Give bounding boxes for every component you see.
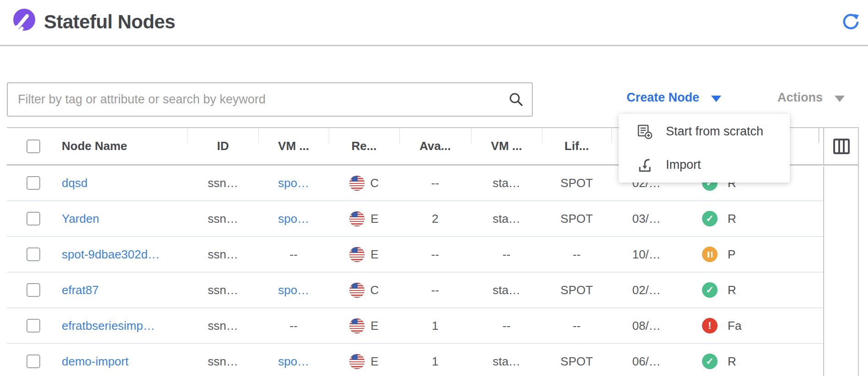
vm-name-link[interactable]: spo…: [278, 212, 309, 226]
node-id: ssn…: [188, 201, 258, 236]
column-picker-icon[interactable]: [833, 138, 850, 155]
availability-zone: --: [399, 273, 471, 307]
node-id: ssn…: [188, 237, 258, 272]
node-name-link[interactable]: demo-import: [62, 355, 129, 369]
import-icon: [637, 157, 653, 173]
menu-item-import[interactable]: Import: [619, 148, 790, 182]
column-picker-gutter: [823, 167, 859, 376]
vm-size: sta…: [471, 273, 542, 307]
table-edge: [858, 128, 859, 167]
lifecycle: SPOT: [542, 273, 611, 307]
node-name-link[interactable]: efrat87: [62, 283, 99, 297]
chevron-down-icon: [835, 96, 845, 102]
search-icon[interactable]: [508, 91, 525, 108]
lifecycle: SPOT: [542, 166, 611, 200]
created-date: 03/…: [611, 201, 681, 236]
node-name-link[interactable]: dqsd: [62, 176, 87, 190]
table-row: efrat87 ssn… spo… C -- sta… SPOT 02/… R: [7, 273, 823, 308]
vm-name: --: [258, 308, 329, 343]
lifecycle: SPOT: [542, 201, 611, 236]
node-id: ssn…: [188, 273, 258, 307]
status-icon: [702, 247, 718, 262]
column-header-id[interactable]: ID: [188, 128, 258, 164]
menu-item-label: Import: [666, 158, 701, 172]
region-text: E: [370, 212, 378, 226]
menu-item-start-from-scratch[interactable]: Start from scratch: [619, 115, 790, 148]
column-header-node-name[interactable]: Node Name: [50, 128, 188, 164]
table-row: spot-9dbae302d… ssn… -- E -- -- -- 10/… …: [7, 237, 823, 273]
status-text: R: [728, 283, 736, 297]
region-text: E: [370, 355, 378, 369]
actions-label: Actions: [777, 91, 823, 105]
create-node-label: Create Node: [627, 91, 699, 105]
vm-name: --: [258, 237, 329, 272]
status-icon: [702, 354, 718, 369]
vm-size: sta…: [471, 344, 542, 376]
lifecycle: --: [542, 237, 611, 272]
status-text: R: [728, 355, 736, 369]
status-icon: [702, 318, 718, 333]
availability-zone: 2: [399, 201, 471, 236]
select-all-checkbox[interactable]: [27, 140, 40, 153]
vm-size: --: [471, 308, 542, 343]
row-checkbox[interactable]: [27, 247, 40, 261]
column-header-vm-name[interactable]: VM ...: [258, 128, 329, 164]
availability-zone: 1: [399, 308, 471, 343]
node-id: ssn…: [188, 166, 258, 200]
node-id: ssn…: [188, 308, 258, 343]
header-select-cell: [7, 128, 50, 164]
document-plus-icon: [637, 124, 653, 140]
us-flag-icon: [349, 318, 364, 333]
spot-logo-icon: [10, 7, 38, 34]
vm-name-link[interactable]: spo…: [278, 355, 309, 369]
us-flag-icon: [349, 211, 364, 226]
region-text: C: [370, 283, 379, 297]
filter-input[interactable]: [7, 82, 533, 117]
table-row: demo-import ssn… spo… E 1 sta… SPOT 06/……: [7, 344, 823, 376]
status-icon: [702, 282, 718, 298]
vm-size: sta…: [471, 166, 542, 200]
column-header-region[interactable]: Re...: [329, 128, 399, 164]
chevron-down-icon: [711, 96, 721, 102]
row-checkbox[interactable]: [27, 176, 40, 190]
row-checkbox[interactable]: [27, 212, 40, 226]
us-flag-icon: [349, 283, 364, 298]
table-row: Yarden ssn… spo… E 2 sta… SPOT 03/… R: [7, 201, 823, 237]
lifecycle: SPOT: [542, 344, 611, 376]
create-node-button[interactable]: Create Node: [627, 91, 721, 105]
column-header-lifecycle[interactable]: Lif...: [542, 128, 611, 164]
actions-button[interactable]: Actions: [777, 91, 845, 105]
column-header-vm-size[interactable]: VM ...: [471, 128, 542, 164]
lifecycle: --: [542, 308, 611, 343]
region-text: C: [370, 176, 379, 190]
table-row: efratbseriesimp… ssn… -- E 1 -- -- 08/… …: [7, 308, 823, 344]
row-checkbox[interactable]: [27, 355, 40, 368]
node-id: ssn…: [188, 344, 258, 376]
vm-size: sta…: [471, 201, 542, 236]
node-name-link[interactable]: spot-9dbae302d…: [62, 247, 160, 262]
node-name-link[interactable]: efratbseriesimp…: [62, 319, 155, 333]
availability-zone: --: [399, 166, 471, 200]
status-text: Fa: [728, 319, 741, 333]
row-checkbox[interactable]: [27, 283, 40, 297]
region-text: E: [370, 247, 378, 262]
node-name-link[interactable]: Yarden: [62, 212, 99, 226]
status-text: P: [728, 247, 735, 262]
vm-name-link[interactable]: spo…: [278, 176, 309, 190]
stateful-nodes-page: Stateful Nodes Create Node Actions Node …: [0, 0, 868, 376]
us-flag-icon: [349, 247, 364, 262]
row-checkbox[interactable]: [27, 319, 40, 333]
status-icon: [702, 211, 718, 226]
created-date: 06/…: [611, 344, 681, 376]
region-text: E: [370, 319, 378, 333]
filter-bar: [7, 82, 533, 117]
column-header-availability[interactable]: Ava...: [399, 128, 471, 164]
us-flag-icon: [349, 354, 364, 369]
refresh-icon[interactable]: [841, 13, 860, 31]
availability-zone: --: [399, 237, 471, 272]
page-title: Stateful Nodes: [44, 11, 175, 33]
us-flag-icon: [349, 176, 364, 191]
vm-name-link[interactable]: spo…: [278, 283, 309, 297]
create-node-menu: Start from scratch Import: [619, 114, 790, 183]
app-header: Stateful Nodes: [0, 0, 868, 46]
